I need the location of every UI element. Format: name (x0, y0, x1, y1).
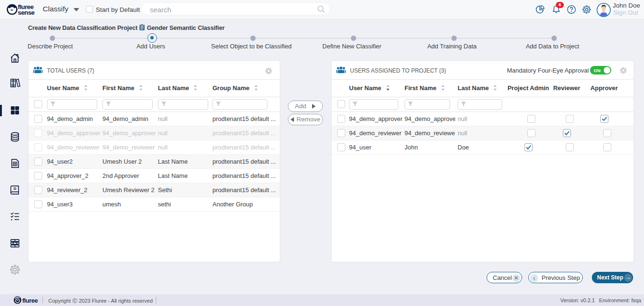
svg-text:sense: sense (18, 9, 35, 16)
svg-text:fluree: fluree (22, 297, 38, 304)
